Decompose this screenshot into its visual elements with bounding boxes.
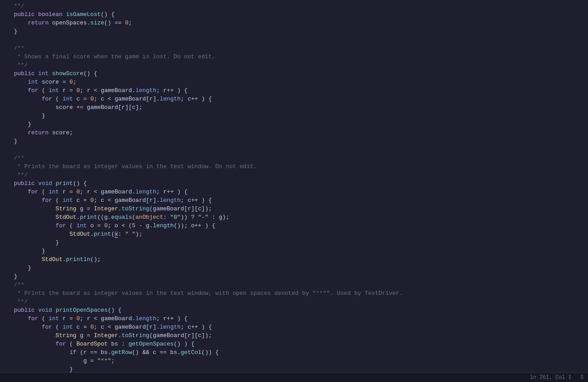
status-extra: S <box>580 374 584 381</box>
code-line: **/ <box>0 61 588 69</box>
code-line: for ( int r = 0; r < gameBoard.length; r… <box>0 188 588 196</box>
code-line: } <box>0 137 588 145</box>
code-line: if (r == bs.getRow() && c == bs.getCol()… <box>0 348 588 357</box>
code-line: String g = Integer.toString(gameBoard[r]… <box>0 331 588 340</box>
code-line: public int showScore() { <box>0 69 588 78</box>
code-line: g = "**"; <box>0 357 588 365</box>
code-line: return openSpaces.size() == 0; <box>0 19 588 27</box>
code-line: public void printOpenSpaces() { <box>0 306 588 314</box>
code-line: } <box>0 264 588 272</box>
code-line: for ( BoardSpot bs : getOpenSpaces() ) { <box>0 340 588 348</box>
code-line: } <box>0 238 588 247</box>
code-line: } <box>0 120 588 129</box>
code-line: int score = 0; <box>0 78 588 86</box>
code-line: /** <box>0 44 588 52</box>
code-line: for ( int c = 0; c < gameBoard[r].length… <box>0 95 588 103</box>
code-line: **/ <box>0 171 588 179</box>
code-line: * Prints the board as integer values in … <box>0 289 588 298</box>
code-line: } <box>0 112 588 120</box>
code-line: } <box>0 272 588 281</box>
code-line: public boolean isGameLost() { <box>0 10 588 19</box>
code-line: StdOut.print((g.equals(anObject: "0")) ?… <box>0 213 588 221</box>
code-line: for ( int c = 0; c < gameBoard[r].length… <box>0 323 588 331</box>
code-line: for ( int c = 0; c < gameBoard[r].length… <box>0 196 588 205</box>
status-bar: ln 261, Col 1 S <box>0 372 588 382</box>
code-line: } <box>0 365 588 372</box>
code-line: StdOut.print(x: " "); <box>0 230 588 238</box>
code-line: return score; <box>0 129 588 137</box>
code-line <box>0 145 588 154</box>
code-line: * Shows a final score when the game is l… <box>0 52 588 61</box>
code-line: /** <box>0 154 588 162</box>
code-editor[interactable]: **/ public boolean isGameLost() { return… <box>0 0 588 372</box>
code-line: String g = Integer.toString(gameBoard[r]… <box>0 205 588 213</box>
code-line: } <box>0 27 588 36</box>
cursor-position: ln 261, Col 1 <box>530 374 572 381</box>
code-line: for ( int r = 0; r < gameBoard.length; r… <box>0 314 588 323</box>
code-line: score += gameBoard[r][c]; <box>0 103 588 112</box>
code-line: } <box>0 247 588 255</box>
code-line: **/ <box>0 2 588 10</box>
code-line: * Prints the board as integer values in … <box>0 162 588 171</box>
code-line: **/ <box>0 298 588 306</box>
code-line: StdOut.println(); <box>0 255 588 264</box>
code-line: public void print() { <box>0 179 588 188</box>
code-line: for ( int r = 0; r < gameBoard.length; r… <box>0 86 588 95</box>
code-line: for ( int o = 0; o < (5 - g.length()); o… <box>0 221 588 230</box>
code-line <box>0 36 588 44</box>
code-line: /** <box>0 281 588 289</box>
